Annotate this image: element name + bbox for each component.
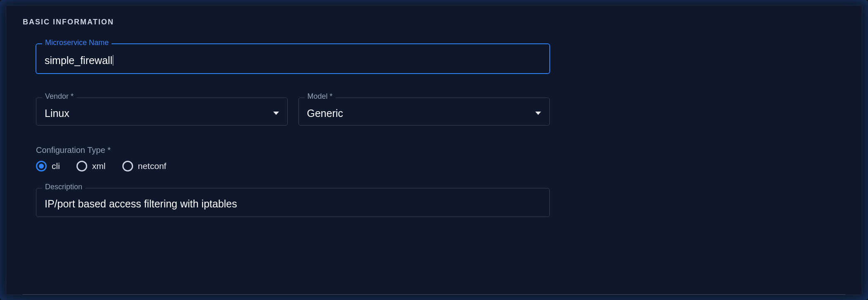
radio-icon [122, 161, 133, 171]
vendor-value: Linux [45, 107, 69, 119]
microservice-name-field[interactable]: Microservice Name simple_firewall [36, 44, 550, 74]
radio-cli[interactable]: cli [36, 161, 60, 171]
basic-information-panel: BASIC INFORMATION Microservice Name simp… [6, 5, 862, 295]
section-title: BASIC INFORMATION [23, 18, 845, 26]
radio-icon [76, 161, 87, 171]
model-label: Model * [305, 93, 336, 100]
description-value: IP/port based access filtering with ipta… [45, 198, 237, 210]
vendor-label: Vendor * [42, 93, 76, 100]
description-field[interactable]: Description IP/port based access filteri… [36, 188, 550, 217]
form-area: Microservice Name simple_firewall Vendor… [23, 44, 550, 217]
model-value: Generic [307, 107, 343, 119]
radio-icon [36, 161, 47, 171]
configuration-type-group: cli xml netconf [36, 161, 550, 171]
text-caret [113, 55, 113, 66]
radio-netconf[interactable]: netconf [122, 161, 167, 171]
microservice-name-value: simple_firewall [45, 54, 112, 67]
radio-xml[interactable]: xml [76, 161, 106, 171]
radio-xml-label: xml [92, 161, 106, 171]
model-select[interactable]: Model * Generic [298, 98, 550, 126]
radio-netconf-label: netconf [138, 161, 167, 171]
chevron-down-icon [273, 112, 279, 115]
description-label: Description [42, 183, 85, 190]
app-frame: BASIC INFORMATION Microservice Name simp… [0, 0, 868, 300]
section-divider [23, 294, 845, 295]
vendor-select[interactable]: Vendor * Linux [36, 98, 288, 126]
microservice-name-label: Microservice Name [42, 39, 112, 46]
radio-dot-icon [39, 164, 44, 169]
radio-cli-label: cli [52, 161, 60, 171]
chevron-down-icon [535, 112, 541, 115]
configuration-type-label: Configuration Type * [36, 145, 550, 155]
